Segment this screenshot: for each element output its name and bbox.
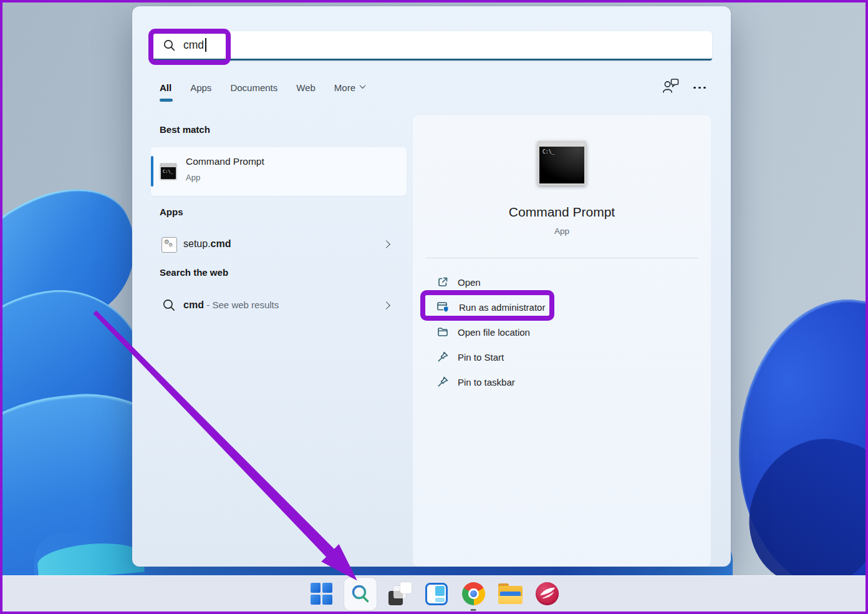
chevron-right-icon [382,240,390,248]
desktop-screen: cmd All Apps Documents Web More Best mat… [0,0,868,614]
batch-file-icon: ⚙⚙ [162,237,177,253]
result-setup-cmd[interactable]: ⚙⚙ setup.cmd [151,231,407,260]
app-detail-panel: C:\_ Command Prompt App Open Run [413,115,711,567]
file-explorer-button[interactable] [496,580,524,608]
best-match-result[interactable]: C:\_ Command Prompt App [151,147,407,196]
apps-heading: Apps [160,207,183,217]
chevron-right-icon [382,301,390,309]
search-icon [163,299,175,311]
command-prompt-icon: C:\_ [160,163,177,180]
widgets-button[interactable] [423,580,450,608]
windows-start-icon [311,583,332,605]
widgets-icon [425,583,448,605]
snagit-button[interactable] [533,580,561,608]
open-external-icon [436,276,449,288]
pin-icon [436,376,449,388]
tab-apps[interactable]: Apps [190,82,211,93]
taskbar-search-button[interactable] [344,578,377,610]
task-view-icon [388,582,412,605]
chevron-down-icon [360,82,366,89]
start-button[interactable] [307,580,335,608]
pin-icon [436,351,449,363]
search-window: cmd All Apps Documents Web More Best mat… [132,6,731,567]
result-subtitle: App [186,173,200,182]
detail-app-subtitle: App [413,227,711,236]
detail-app-title: Command Prompt [413,205,711,220]
command-prompt-icon-large: C:\_ [538,141,586,185]
task-view-button[interactable] [386,580,413,608]
search-web-heading: Search the web [160,267,228,278]
run-admin-shield-icon [436,301,450,314]
search-query-text: cmd [183,39,204,52]
action-pin-to-taskbar[interactable]: Pin to taskbar [413,369,711,394]
action-run-as-administrator[interactable]: Run as administrator [413,295,711,319]
tab-web[interactable]: Web [296,82,316,93]
file-explorer-icon [498,583,523,604]
result-title: Command Prompt [186,156,264,167]
chrome-button[interactable] [460,580,487,608]
chrome-icon [462,582,485,605]
action-pin-to-start[interactable]: Pin to Start [413,344,711,369]
search-icon [163,39,175,51]
tab-all[interactable]: All [160,82,171,93]
selection-accent-bar [151,156,153,187]
snagit-icon [536,582,559,605]
search-filter-tabs: All Apps Documents Web More [160,82,365,93]
search-icon [350,583,371,605]
action-open[interactable]: Open [413,270,711,295]
action-open-file-location[interactable]: Open file location [413,319,711,344]
more-options-icon[interactable] [693,83,706,89]
tab-documents[interactable]: Documents [230,82,277,93]
folder-icon [436,326,449,338]
user-feedback-icon[interactable] [662,78,680,94]
result-web-search[interactable]: cmd - See web results [151,292,407,321]
best-match-heading: Best match [160,124,210,135]
text-cursor [205,38,206,52]
divider [425,258,698,258]
search-input[interactable]: cmd [150,31,712,61]
tab-more[interactable]: More [334,82,365,93]
taskbar [0,575,868,612]
